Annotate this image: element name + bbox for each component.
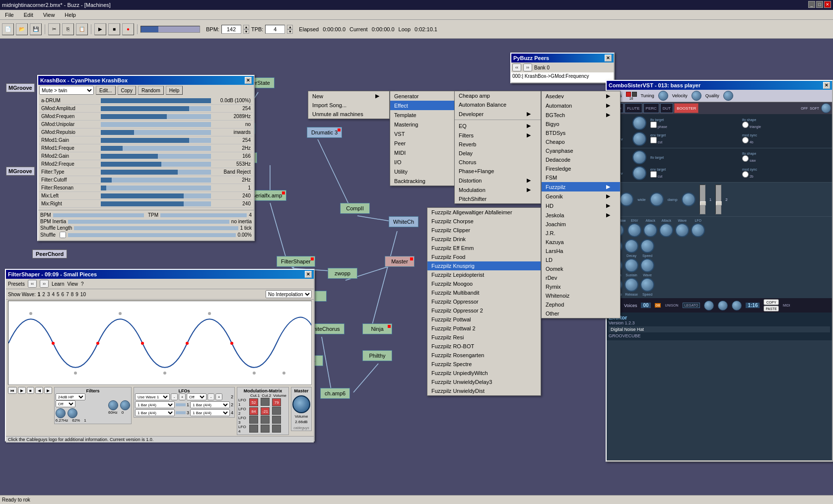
tpb-input[interactable]	[265, 25, 285, 34]
ctx-vendor-whitenoiz[interactable]: Whitenoiz	[542, 291, 620, 300]
lfo-off2-select[interactable]: 1 Bar (4/4)	[190, 401, 230, 408]
machine-ninja[interactable]: Ninja	[362, 323, 392, 334]
interpolation-select[interactable]: No Interpolation	[266, 290, 312, 298]
ctx-new[interactable]: New ▶	[308, 91, 389, 101]
legato-btn[interactable]: LEGATO	[683, 303, 700, 308]
modmatrix-lfo2-cut2[interactable]: -21	[261, 407, 272, 416]
machine-compll[interactable]: CompII	[340, 203, 370, 214]
ctx-chorus[interactable]: Chorus	[455, 158, 541, 167]
combosister-close[interactable]: ✕	[823, 82, 830, 89]
ctx-fuzz-multi[interactable]: Fuzzpilz Multibandit	[427, 288, 541, 297]
krashbox-help-btn[interactable]: Help	[166, 86, 183, 95]
krashbox-random-btn[interactable]: Random	[138, 86, 164, 95]
wave2-knob[interactable]	[640, 258, 654, 272]
modmatrix-lfo1-cut2[interactable]	[261, 398, 272, 407]
play-button[interactable]: ▶	[94, 23, 106, 35]
ctx-fuzz-lepido[interactable]: Fuzzpilz Lepidopterist	[427, 270, 541, 279]
open-button[interactable]: 📂	[16, 23, 28, 35]
ctx-vendor-btdsys[interactable]: BTDSys	[542, 128, 620, 137]
ctx-fuzz-clipper[interactable]: Fuzzpilz Clipper	[427, 226, 541, 235]
ctx-fuzz-unpied[interactable]: Fuzzpilz UnpiedlyWitch	[427, 369, 541, 378]
record-button[interactable]: ●	[122, 23, 134, 35]
machine-master[interactable]: Master	[385, 256, 415, 267]
ctx-reverb[interactable]: Reverb	[455, 140, 541, 149]
lfo-bar2-select[interactable]: 1 Bar (4/4)	[135, 409, 175, 416]
save-button[interactable]: 💾	[30, 23, 42, 35]
ctx-fuzz-pottwal[interactable]: Fuzzpilz Pottwal	[427, 315, 541, 324]
ctx-fuzz-oppressor2[interactable]: Fuzzpilz Oppressor 2	[427, 306, 541, 315]
ctx-vendor-firesledge[interactable]: Firesledge	[542, 164, 620, 173]
ctx-fuzz-all[interactable]: Fuzzpilz Allgewaltiger Abfalleimer	[427, 208, 541, 217]
new-file-button[interactable]: 📄	[2, 23, 14, 35]
ctx-filters[interactable]: Filters ▶	[455, 130, 541, 140]
maximize-button[interactable]: □	[816, 1, 823, 8]
lfo-bar1-select[interactable]: 1 Bar (4/4)	[135, 401, 175, 408]
ctx-vendor-fuzzpilz[interactable]: Fuzzpilz ▶	[542, 182, 620, 191]
filter1-opt[interactable]: Off	[56, 400, 75, 407]
krashbox-route-select[interactable]: Mute > twin	[39, 86, 94, 95]
ctx-fuzz-unwdelay[interactable]: Fuzzpilz UnwieldyDelay3	[427, 378, 541, 386]
ctx-modulation[interactable]: Modulation ▶	[455, 185, 541, 194]
wave-num-2[interactable]: 2	[42, 292, 45, 297]
ctx-fuzz-unwdist[interactable]: Fuzzpilz UnwieldyDist	[427, 386, 541, 395]
wave-num-5[interactable]: 5	[57, 292, 60, 297]
ctx-vendor-ld[interactable]: LD	[542, 255, 620, 264]
pybuzz-next[interactable]: ››	[523, 63, 532, 71]
fs-step-fwd[interactable]: ▶	[44, 387, 52, 394]
modmatrix-lfo3-vol[interactable]	[272, 416, 287, 425]
ctx-fuzz-chorpse[interactable]: Fuzzpilz Chorpse	[427, 217, 541, 226]
sync-2b[interactable]	[742, 171, 749, 178]
booster-btn[interactable]: BOOSTER	[674, 103, 698, 113]
lfo1-knob[interactable]	[632, 116, 646, 130]
lfo-bar2-slider[interactable]	[176, 411, 186, 414]
ctx-fuzz-knusprig[interactable]: Fuzzpilz Knusprig	[427, 261, 541, 270]
ctx-vendor-dedacode[interactable]: Dedacode	[542, 155, 620, 164]
krashbox-close[interactable]: ✕	[245, 77, 252, 84]
peerchord-node[interactable]: PeerChord	[32, 250, 67, 258]
ctx-vendor-rdev[interactable]: rDev	[542, 273, 620, 282]
modmatrix-lfo4-vol[interactable]	[272, 425, 287, 434]
ctx-vendor-fsm[interactable]: FSM	[542, 173, 620, 182]
filtershaper-close[interactable]: ✕	[305, 271, 312, 278]
tpm-bar[interactable]	[160, 213, 247, 217]
ctx-vendor-other[interactable]: Other	[542, 309, 620, 318]
ctx-delay[interactable]: Delay	[455, 149, 541, 158]
machine-champ6[interactable]: ch.amp6	[320, 388, 350, 399]
wave-num-4[interactable]: 4	[52, 292, 55, 297]
ctx-fuzz-rosen[interactable]: Fuzzpilz Rosengarten	[427, 351, 541, 360]
shape-saw[interactable]	[742, 155, 749, 162]
ctx-phaseflange[interactable]: Phase+Flange	[455, 167, 541, 176]
shuffle2-bar[interactable]	[68, 233, 236, 237]
position-bar[interactable]	[140, 26, 200, 33]
tpb-down[interactable]: ▼	[287, 29, 293, 34]
ctx-fuzz-food[interactable]: Fuzzpilz Food	[427, 252, 541, 261]
sustain2-knob[interactable]	[625, 258, 638, 272]
ctx-vendor-bigyo[interactable]: Bigyo	[542, 120, 620, 128]
modmatrix-lfo4-cut1[interactable]	[249, 425, 261, 434]
fs-rewind[interactable]: ⏮	[8, 387, 17, 394]
speed2-knob[interactable]	[640, 278, 654, 292]
ctx-pitchshifter[interactable]: PitchShifter	[455, 194, 541, 203]
volume-dial[interactable]	[821, 103, 831, 113]
modmatrix-lfo1-cut1[interactable]: 52	[249, 398, 261, 407]
modmatrix-lfo3-cut2[interactable]	[261, 416, 272, 425]
modmatrix-lfo3-cut1[interactable]	[249, 416, 261, 425]
lfo-plus[interactable]: +	[179, 393, 186, 400]
wave-num-6[interactable]: 6	[62, 292, 65, 297]
paste-prog-btn[interactable]: PASTE	[764, 306, 778, 312]
lfo2-knob[interactable]	[632, 150, 646, 164]
ctx-fuzz-unwpitch[interactable]: Fuzzpilz UnwieldyPitch	[427, 395, 541, 396]
menu-help[interactable]: Help	[62, 11, 79, 18]
cableguys-logo[interactable]: cableguys	[293, 426, 309, 430]
mgroove-label-2[interactable]: MGroove	[6, 167, 35, 176]
flute-btn[interactable]: FLUTE	[625, 103, 642, 113]
ctx-vendor-geonik[interactable]: Geonik ▶	[542, 191, 620, 201]
menu-file[interactable]: File	[2, 11, 17, 18]
lfo-minus[interactable]: -	[171, 393, 178, 400]
next-preset-btn[interactable]: ››	[40, 280, 49, 288]
modmatrix-lfo1-vol[interactable]: 79	[272, 398, 287, 407]
wave-num-7[interactable]: 7	[66, 292, 69, 297]
prev-preset-btn[interactable]: ‹‹	[28, 280, 37, 288]
fs-stop[interactable]: ■	[27, 387, 34, 394]
machine-drumatic[interactable]: Drumatic 3	[307, 127, 342, 138]
